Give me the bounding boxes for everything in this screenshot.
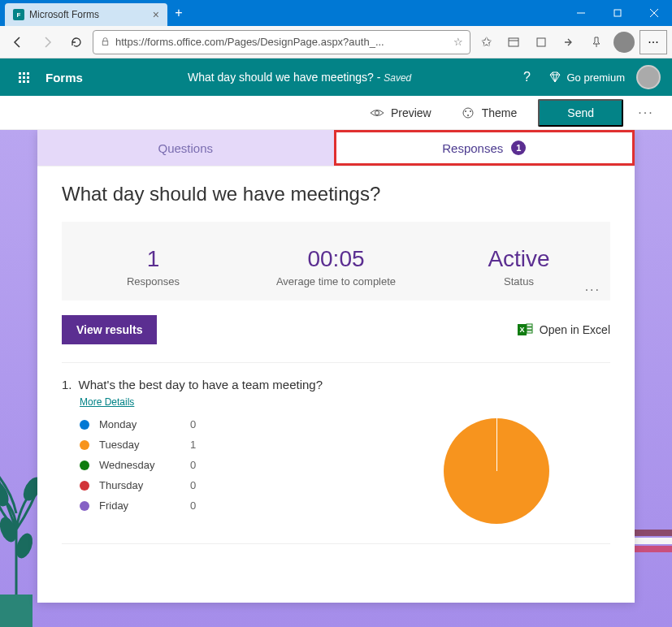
close-window-button[interactable] <box>635 0 672 26</box>
svg-point-11 <box>470 110 471 112</box>
waffle-icon <box>19 72 29 83</box>
question-content: Monday0Tuesday1Wednesday0Thursday0Friday… <box>62 418 610 524</box>
forms-app-header: Forms What day should we have meetings? … <box>0 58 672 96</box>
option-label: Thursday <box>99 479 180 491</box>
theme-label: Theme <box>482 106 518 119</box>
back-button[interactable] <box>5 29 31 55</box>
share-icon[interactable] <box>557 30 581 54</box>
options-list: Monday0Tuesday1Wednesday0Thursday0Friday… <box>62 418 383 524</box>
send-button[interactable]: Send <box>538 99 623 127</box>
option-label: Wednesday <box>99 459 180 471</box>
stat-time-value: 00:05 <box>245 246 427 272</box>
go-premium-button[interactable]: Go premium <box>548 71 625 84</box>
refresh-button[interactable] <box>63 29 89 55</box>
star-outline-icon[interactable]: ☆ <box>453 36 463 48</box>
svg-text:X: X <box>519 326 524 334</box>
stats-panel: 1 Responses 00:05 Average time to comple… <box>62 222 610 301</box>
svg-rect-5 <box>509 38 518 46</box>
option-row: Monday0 <box>80 418 383 430</box>
profile-button[interactable] <box>612 30 636 54</box>
eye-icon <box>370 106 384 120</box>
stat-time: 00:05 Average time to complete <box>245 246 427 288</box>
form-title-area: What day should we have meetings? - Save… <box>83 71 517 84</box>
option-count: 0 <box>190 459 196 471</box>
question-title: 1. What's the best day to have a team me… <box>62 378 610 391</box>
form-tabs: Questions Responses 1 <box>37 130 635 166</box>
close-tab-icon[interactable]: × <box>153 8 159 21</box>
tab-questions-label: Questions <box>158 141 213 155</box>
forward-button[interactable] <box>34 29 60 55</box>
tab-title: Microsoft Forms <box>29 9 148 20</box>
more-actions-button[interactable]: ··· <box>630 106 662 120</box>
stat-responses-label: Responses <box>62 275 245 288</box>
option-row: Tuesday1 <box>80 439 383 451</box>
premium-label: Go premium <box>566 71 625 84</box>
forms-favicon: F <box>13 9 24 20</box>
option-count: 0 <box>190 479 196 491</box>
url-text: https://forms.office.com/Pages/DesignPag… <box>115 36 449 48</box>
profile-avatar <box>613 32 635 53</box>
stat-status-value: Active <box>427 246 610 272</box>
option-row: Wednesday0 <box>80 459 383 471</box>
responses-count-badge: 1 <box>511 141 526 155</box>
collections-icon[interactable] <box>501 30 526 54</box>
page-title: What day should we have meetings? <box>62 183 610 205</box>
svg-point-8 <box>375 110 379 115</box>
tab-questions[interactable]: Questions <box>37 130 334 166</box>
window-controls <box>562 0 672 26</box>
option-row: Thursday0 <box>80 479 383 491</box>
option-label: Monday <box>99 418 180 430</box>
option-color-dot <box>80 461 89 470</box>
option-label: Tuesday <box>99 439 180 451</box>
diamond-icon <box>548 71 561 84</box>
open-in-excel-button[interactable]: X Open in Excel <box>517 322 610 338</box>
app-launcher-button[interactable] <box>11 65 36 89</box>
question-text: What's the best day to have a team meeti… <box>79 378 323 391</box>
stat-responses: 1 Responses <box>62 246 245 288</box>
option-count: 0 <box>190 499 196 512</box>
stats-more-button[interactable]: ... <box>585 279 600 294</box>
favorites-icon[interactable]: ✩ <box>474 30 498 54</box>
svg-rect-23 <box>527 324 532 326</box>
pie-slice-marker <box>496 418 497 471</box>
address-bar: https://forms.office.com/Pages/DesignPag… <box>0 26 672 58</box>
minimize-button[interactable] <box>562 0 599 26</box>
user-avatar-button[interactable] <box>636 65 661 89</box>
tab-responses[interactable]: Responses 1 <box>334 130 635 166</box>
more-details-link[interactable]: More Details <box>80 396 134 408</box>
url-input[interactable]: https://forms.office.com/Pages/DesignPag… <box>93 30 470 54</box>
stat-status-label: Status <box>427 275 610 288</box>
option-color-dot <box>80 481 89 491</box>
form-card: Questions Responses 1 What day should we… <box>37 130 635 603</box>
new-tab-button[interactable]: + <box>167 2 190 24</box>
option-color-dot <box>80 440 89 450</box>
responses-content: What day should we have meetings? 1 Resp… <box>37 166 635 544</box>
forms-app-name[interactable]: Forms <box>46 71 83 84</box>
palette-icon <box>461 106 475 120</box>
theme-button[interactable]: Theme <box>446 96 532 130</box>
preview-button[interactable]: Preview <box>355 96 446 130</box>
stat-responses-value: 1 <box>62 246 245 272</box>
lock-icon <box>100 37 111 47</box>
help-button[interactable]: ? <box>516 67 537 88</box>
svg-point-9 <box>463 108 473 118</box>
window-title-bar: F Microsoft Forms × + <box>0 0 672 26</box>
send-label: Send <box>567 106 594 119</box>
results-toolbar: View results X Open in Excel <box>62 315 610 344</box>
maximize-button[interactable] <box>599 0 635 26</box>
option-count: 1 <box>190 439 196 451</box>
chart-area <box>383 418 610 524</box>
svg-rect-25 <box>527 331 532 333</box>
svg-rect-17 <box>0 595 33 627</box>
svg-point-12 <box>467 115 469 116</box>
browser-more-button[interactable]: ··· <box>639 30 667 54</box>
pin-icon[interactable] <box>584 30 609 54</box>
browser-tab-active[interactable]: F Microsoft Forms × <box>5 3 167 26</box>
question-block: 1. What's the best day to have a team me… <box>62 362 610 544</box>
view-results-label: View results <box>76 323 142 336</box>
extensions-icon[interactable] <box>529 30 553 54</box>
tab-responses-label: Responses <box>442 141 503 155</box>
view-results-button[interactable]: View results <box>62 315 157 344</box>
svg-rect-4 <box>102 41 108 45</box>
stat-time-label: Average time to complete <box>245 275 427 288</box>
